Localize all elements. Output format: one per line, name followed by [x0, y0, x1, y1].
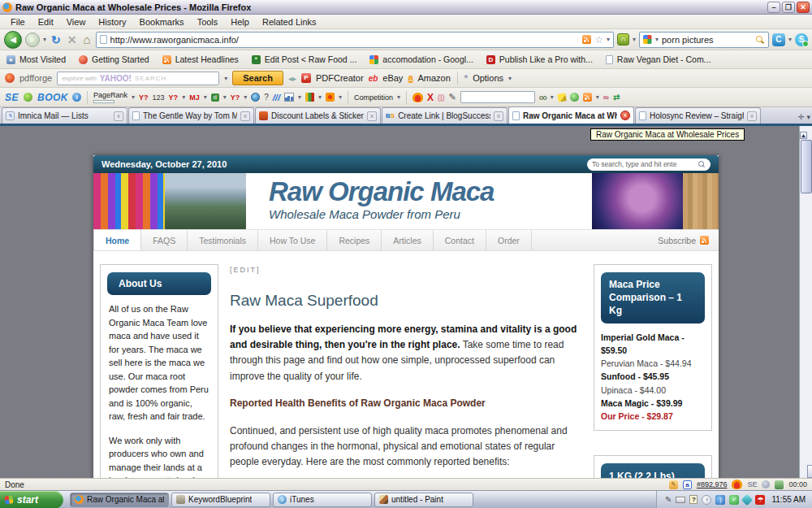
- bookmark-star-icon[interactable]: [594, 34, 603, 46]
- forward-button[interactable]: [25, 33, 40, 47]
- scroll-down-icon[interactable]: [807, 465, 812, 478]
- vertical-scrollbar[interactable]: [799, 126, 812, 478]
- edit-post-link[interactable]: [EDIT]: [230, 266, 582, 274]
- dropdown-icon[interactable]: [182, 93, 185, 101]
- nav-how-to-use[interactable]: How To Use: [258, 230, 327, 250]
- menu-view[interactable]: View: [61, 16, 92, 28]
- binoculars-icon[interactable]: [539, 93, 546, 102]
- tray-messenger-icon[interactable]: [741, 493, 753, 505]
- tab-close-icon[interactable]: [114, 111, 123, 121]
- globe-icon[interactable]: [570, 93, 579, 102]
- tab-create-link-blogsuccess[interactable]: Create Link | BlogSuccess: [382, 107, 508, 124]
- task-keywordblueprint[interactable]: KeywordBlueprint: [171, 493, 270, 507]
- nav-order[interactable]: Order: [486, 230, 532, 250]
- edit-pencil-icon[interactable]: [449, 92, 456, 102]
- stop-button[interactable]: [66, 33, 79, 46]
- tray-keyboard-icon[interactable]: [676, 497, 685, 503]
- link-chain-icon[interactable]: [603, 93, 609, 102]
- stumbleupon-dropdown-icon[interactable]: [633, 36, 636, 43]
- dropdown-icon[interactable]: [223, 93, 227, 101]
- rss-feed-icon[interactable]: [583, 93, 592, 102]
- pagerank-widget[interactable]: PageRank: [93, 92, 127, 103]
- tab-close-icon[interactable]: [620, 111, 630, 120]
- restore-button[interactable]: [782, 2, 795, 13]
- list-all-tabs-icon[interactable]: [806, 113, 810, 121]
- xinu-icon[interactable]: [427, 92, 434, 103]
- notes-icon[interactable]: [669, 480, 678, 489]
- dropdown-icon[interactable]: [551, 93, 554, 101]
- nav-recipes[interactable]: Recipes: [327, 230, 382, 250]
- compass-icon[interactable]: [251, 93, 260, 102]
- task-firefox[interactable]: Raw Organic Maca at...: [70, 493, 169, 507]
- dropdown-icon[interactable]: [298, 93, 301, 101]
- bookmark-accomodation[interactable]: accomodation - Googl...: [369, 54, 473, 64]
- exchange-arrows-icon[interactable]: [613, 93, 620, 102]
- seobook-search-input[interactable]: [460, 91, 535, 103]
- color-bars-icon[interactable]: [305, 93, 314, 102]
- tray-antivirus-icon[interactable]: [729, 495, 739, 505]
- nav-home[interactable]: Home: [93, 230, 141, 250]
- capture-icon[interactable]: [775, 480, 784, 489]
- majestic-icon[interactable]: MJ: [189, 93, 200, 102]
- tray-avira-icon[interactable]: [755, 495, 765, 505]
- dropdown-icon[interactable]: [339, 93, 342, 101]
- dropdown-icon[interactable]: [204, 93, 207, 101]
- tray-pen-icon[interactable]: [665, 495, 672, 504]
- subscribe-link[interactable]: Subscribe: [648, 230, 719, 250]
- bar-chart-icon[interactable]: [284, 93, 294, 102]
- dropdown-icon[interactable]: [244, 93, 247, 101]
- stumbleupon-icon[interactable]: [617, 33, 629, 46]
- dropdown-icon[interactable]: [596, 93, 599, 101]
- search-query[interactable]: porn pictures: [662, 35, 752, 45]
- scroll-up-icon[interactable]: [800, 132, 807, 139]
- tab-close-icon[interactable]: [367, 111, 377, 121]
- url-dropdown-icon[interactable]: [607, 36, 610, 43]
- globe-status-icon[interactable]: [762, 480, 770, 488]
- tab-close-icon[interactable]: [747, 111, 757, 121]
- tray-help-icon[interactable]: [689, 495, 698, 504]
- yahoo-search-button[interactable]: Search: [232, 71, 283, 85]
- info-icon[interactable]: [72, 93, 81, 102]
- nav-contact[interactable]: Contact: [434, 230, 486, 250]
- copernic-dropdown-icon[interactable]: [788, 36, 792, 43]
- menu-help[interactable]: Help: [225, 16, 255, 28]
- toolbar-grip-icon[interactable]: [288, 74, 296, 83]
- dropdown-icon[interactable]: [318, 93, 322, 101]
- competition-dropdown-icon[interactable]: [397, 93, 400, 101]
- search-go-icon[interactable]: [755, 35, 765, 45]
- site-search-icon[interactable]: [698, 161, 706, 168]
- bookmark-edit-post[interactable]: Edit Post < Raw Food ...: [252, 54, 357, 64]
- move-tabs-icon[interactable]: [798, 113, 805, 121]
- site-search-input[interactable]: To search, type and hit ente: [587, 158, 710, 171]
- nav-testimonials[interactable]: Testimonials: [188, 230, 258, 250]
- flame-icon[interactable]: [412, 93, 423, 102]
- tray-collapse-icon[interactable]: [702, 495, 711, 505]
- nav-faqs[interactable]: FAQS: [141, 230, 188, 250]
- back-button[interactable]: [4, 31, 22, 49]
- tab-holosync-review[interactable]: Holosync Review – Straight T...: [635, 107, 761, 124]
- delicious-icon[interactable]: [211, 93, 219, 102]
- tab-gentle-way[interactable]: The Gentle Way by Tom Moore: [128, 107, 254, 124]
- skype-icon[interactable]: [795, 33, 808, 46]
- alexa-rank-counter[interactable]: #892,976: [697, 480, 728, 488]
- menu-related-links[interactable]: Related Links: [257, 16, 322, 28]
- task-itunes[interactable]: iTunes: [273, 493, 372, 507]
- task-paint[interactable]: untitled - Paint: [374, 493, 473, 507]
- amazon-button[interactable]: Amazon: [418, 73, 451, 83]
- question-icon[interactable]: ?: [264, 93, 269, 102]
- pagerank-dropdown-icon[interactable]: [132, 93, 135, 101]
- yahoo-search-input[interactable]: explore with YAHOO! SEARCH: [57, 72, 219, 85]
- start-button[interactable]: start: [0, 491, 63, 508]
- scrollbar-thumb[interactable]: [801, 140, 812, 193]
- tab-discount-labels[interactable]: Discount Labels & Stickers - C...: [255, 107, 381, 124]
- options-button[interactable]: Options: [473, 73, 503, 83]
- tab-close-icon[interactable]: [240, 111, 250, 121]
- bookmark-getting-started[interactable]: Getting Started: [79, 54, 149, 64]
- autofill-icon[interactable]: [683, 480, 692, 489]
- tab-close-icon[interactable]: [494, 111, 503, 121]
- bookmark-raw-vegan-diet[interactable]: Raw Vegan Diet - Com...: [606, 54, 711, 64]
- copernic-icon[interactable]: [772, 33, 785, 46]
- pdfcreator-button[interactable]: PDFCreator: [316, 73, 364, 83]
- tray-volume-icon[interactable]: [715, 495, 725, 505]
- menu-edit[interactable]: Edit: [32, 16, 59, 28]
